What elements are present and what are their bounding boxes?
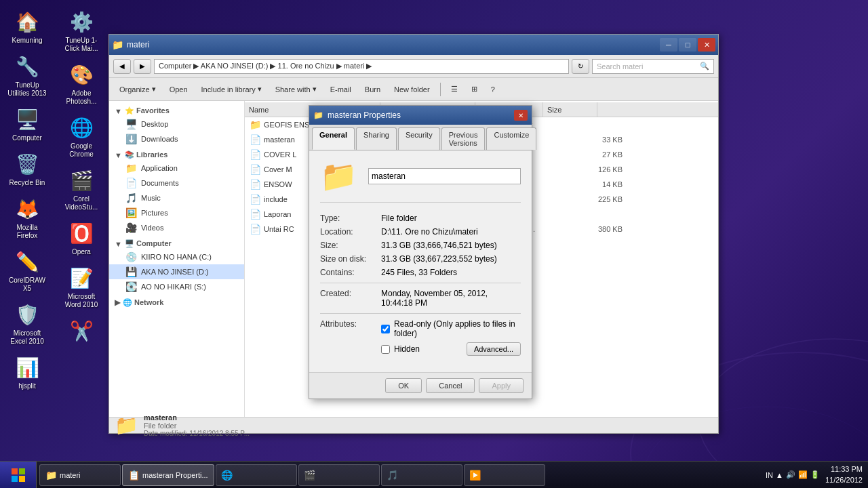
type-value: File folder	[381, 214, 521, 223]
nav-drive-d-label: AKA NO JINSEI (D:)	[141, 268, 209, 276]
taskbar-item-itunes[interactable]: 🎵	[381, 464, 462, 486]
application-nav-icon: 📁	[125, 163, 137, 174]
new-folder-button[interactable]: New folder	[388, 81, 436, 98]
ok-button[interactable]: OK	[385, 378, 422, 393]
tab-security[interactable]: Security	[398, 127, 440, 150]
computer-nav-label: 🖥️ Computer	[125, 239, 172, 248]
nav-drive-d[interactable]: 💾 AKA NO JINSEI (D:)	[109, 264, 244, 279]
refresh-button[interactable]: ↻	[572, 59, 589, 74]
icon-opera[interactable]: 🅾️ Opera	[57, 217, 106, 259]
tab-customize[interactable]: Customize	[486, 127, 536, 150]
file-size-7: 380 KB	[574, 225, 628, 233]
created-label: Created:	[320, 289, 381, 298]
share-with-button[interactable]: Share with ▾	[269, 81, 323, 98]
tray-language: IN	[766, 471, 773, 479]
icon-avg[interactable]: 🛡️ Microsoft Excel 2010	[3, 298, 52, 348]
col-header-size[interactable]: Size	[543, 102, 597, 117]
tab-general[interactable]: General	[312, 127, 355, 150]
burn-button[interactable]: Burn	[359, 81, 387, 98]
start-button[interactable]	[0, 462, 37, 489]
advanced-button[interactable]: Advanced...	[467, 342, 521, 356]
include-label: Include in library	[201, 85, 256, 94]
toolbar-divider	[440, 83, 441, 96]
size-value: 31.3 GB (33,666,746,521 bytes)	[381, 241, 521, 250]
icon-firefox[interactable]: 🦊 Mozilla Firefox	[3, 192, 52, 243]
taskbar-item-vlc[interactable]: 🎬	[298, 464, 380, 486]
icon-hjsplit[interactable]: ✂️	[57, 314, 106, 348]
email-button[interactable]: E-mail	[324, 81, 357, 98]
nav-music[interactable]: 🎵 Music	[109, 190, 244, 205]
icon-coreldraw[interactable]: ✏️ CorelDRAW X5	[3, 245, 52, 296]
maximize-button[interactable]: □	[679, 38, 696, 52]
nav-drive-c[interactable]: 💿 KIIRO NO HANA (C:)	[109, 249, 244, 264]
hidden-checkbox[interactable]	[381, 345, 390, 354]
dialog-close-button[interactable]: ✕	[514, 110, 528, 121]
taskbar-props-label: masteran Properti...	[142, 471, 208, 479]
icon-tuneup[interactable]: 🔧 TuneUp Utilities 2013	[3, 50, 52, 100]
dialog-title: masteran Properties	[328, 110, 401, 120]
hidden-label: Hidden	[394, 344, 420, 354]
preview-pane-button[interactable]: ⊞	[465, 81, 484, 98]
search-box[interactable]: Search materi 🔍	[592, 59, 714, 74]
taskbar-props-icon: 📋	[128, 470, 139, 481]
tuneup2-icon: ⚙️	[68, 8, 95, 35]
documents-nav-icon: 📄	[125, 178, 137, 188]
nav-documents[interactable]: 📄 Documents	[109, 176, 244, 190]
taskbar-item-materi[interactable]: 📁 materi	[39, 464, 121, 486]
nav-application[interactable]: 📁 Application	[109, 161, 244, 176]
firefox-icon: 🦊	[14, 195, 41, 222]
icon-excel[interactable]: 📊 hjsplit	[3, 351, 52, 393]
contains-row: Contains: 245 Files, 33 Folders	[320, 268, 521, 277]
nav-desktop[interactable]: 🖥️ Desktop	[109, 117, 244, 131]
icon-corel[interactable]: 🎬 Corel VideoStu...	[57, 164, 106, 214]
cancel-button[interactable]: Cancel	[426, 378, 475, 393]
nav-drive-s[interactable]: 💽 AO NO HIKARI (S:)	[109, 279, 244, 294]
back-button[interactable]: ◀	[113, 59, 131, 74]
forward-button[interactable]: ▶	[134, 59, 151, 74]
open-button[interactable]: Open	[163, 81, 194, 98]
opera-icon: 🅾️	[68, 220, 95, 247]
help-button[interactable]: ?	[485, 81, 501, 98]
organize-button[interactable]: Organize ▾	[113, 81, 162, 98]
nav-videos[interactable]: 🎥 Videos	[109, 220, 244, 235]
apply-button[interactable]: Apply	[479, 378, 524, 393]
explorer-close-button[interactable]: ✕	[698, 38, 715, 52]
taskbar-item-properties[interactable]: 📋 masteran Properti...	[122, 464, 214, 486]
recycle-icon: 🗑️	[14, 150, 41, 178]
nav-pictures[interactable]: 🖼️ Pictures	[109, 205, 244, 220]
status-folder-name: masteran	[144, 413, 250, 422]
nav-drive-c-label: KIIRO NO HANA (C:)	[141, 253, 212, 261]
organize-label: Organize	[119, 85, 150, 94]
icon-tuneup2[interactable]: ⚙️ TuneUp 1-Click Mai...	[57, 5, 106, 56]
type-label: Type:	[320, 214, 381, 223]
include-library-button[interactable]: Include in library ▾	[195, 81, 268, 98]
drive-c-icon: 💿	[125, 251, 137, 262]
chrome-icon: 🌐	[68, 114, 95, 141]
readonly-checkbox[interactable]	[381, 325, 390, 333]
prop-divider	[320, 283, 521, 283]
file-size-2: 27 KB	[574, 150, 628, 159]
clock[interactable]: 11:33 PM 11/26/2012	[825, 464, 863, 485]
taskbar-item-media[interactable]: ▶️	[464, 464, 545, 486]
computer-header: ▼ 🖥️ Computer	[109, 237, 244, 249]
icon-recycle[interactable]: 🗑️ Recycle Bin	[3, 148, 52, 190]
icon-computer[interactable]: 🖥️ Computer	[3, 103, 52, 145]
desktop-icons-col2: ⚙️ TuneUp 1-Click Mai... 🎨 Adobe Photosh…	[54, 0, 108, 461]
folder-name-input[interactable]	[368, 168, 521, 184]
icon-chrome[interactable]: 🌐 Google Chrome	[57, 111, 106, 161]
icon-adobe[interactable]: 🎨 Adobe Photosh...	[57, 58, 106, 108]
explorer-title-bar: 📁 materi ─ □ ✕	[109, 35, 718, 55]
view-button[interactable]: ☰	[445, 81, 464, 98]
icon-kemuning[interactable]: 🏠 Kemuning	[3, 5, 52, 47]
network-arrow: ▶	[115, 298, 120, 307]
tab-previous-versions[interactable]: Previous Versions	[441, 127, 486, 150]
address-path[interactable]: Computer ▶ AKA NO JINSEI (D:) ▶ 11. Ore …	[154, 59, 569, 74]
taskbar-item-chrome[interactable]: 🌐	[216, 464, 297, 486]
icon-word[interactable]: 📝 Microsoft Word 2010	[57, 262, 106, 312]
nav-pictures-label: Pictures	[141, 209, 168, 217]
file-icon-5: 📄	[249, 194, 261, 205]
minimize-button[interactable]: ─	[660, 38, 677, 52]
nav-downloads[interactable]: ⬇️ Downloads	[109, 131, 244, 146]
prop-divider-2	[320, 313, 521, 314]
tab-sharing[interactable]: Sharing	[356, 127, 397, 150]
